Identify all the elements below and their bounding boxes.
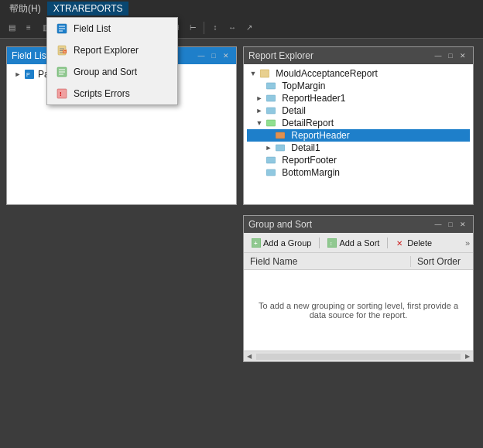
svg-rect-23 bbox=[276, 132, 285, 139]
tree-item-8[interactable]: BottomMargin bbox=[247, 166, 470, 179]
toolbar-btn-12[interactable]: ↕ bbox=[207, 20, 223, 36]
add-group-icon: + bbox=[252, 238, 261, 248]
tree-label-2: ReportHeader1 bbox=[282, 93, 345, 104]
group-sort-restore[interactable]: □ bbox=[445, 219, 456, 230]
group-sort-close[interactable]: ✕ bbox=[457, 219, 468, 230]
menu-item-scripts-errors[interactable]: ! Scripts Errors bbox=[47, 83, 177, 104]
report-explorer-restore[interactable]: □ bbox=[445, 50, 456, 61]
svg-rect-18 bbox=[260, 70, 269, 77]
gs-scrollbar: ◀ ▶ bbox=[244, 351, 473, 361]
group-sort-pin[interactable]: — bbox=[433, 219, 444, 230]
gs-scroll-right[interactable]: ▶ bbox=[462, 351, 473, 362]
svg-rect-21 bbox=[266, 108, 276, 114]
svg-rect-14 bbox=[57, 89, 67, 98]
svg-rect-20 bbox=[266, 95, 276, 101]
toolbar-sep-3 bbox=[204, 22, 204, 34]
menu-item-report-explorer-label: Report Explorer bbox=[74, 45, 139, 56]
report-tree-content: ▼ MouldAcceptanceReport TopMargin bbox=[244, 64, 473, 204]
svg-rect-22 bbox=[266, 120, 276, 126]
tree-item-3[interactable]: ► Detail bbox=[247, 104, 470, 117]
tree-icon-0 bbox=[259, 68, 270, 79]
menu-help[interactable]: 帮助(H) bbox=[3, 1, 47, 17]
scripts-icon: ! bbox=[55, 87, 69, 101]
gs-overflow-btn[interactable]: » bbox=[465, 238, 470, 248]
tree-label-4: DetailReport bbox=[282, 118, 334, 128]
svg-text:✕: ✕ bbox=[396, 239, 402, 248]
gs-empty-body: To add a new grouping or sorting level, … bbox=[244, 270, 473, 351]
gs-scroll-left[interactable]: ◀ bbox=[244, 351, 255, 362]
group-sort-title: Group and Sort bbox=[248, 219, 433, 230]
svg-rect-19 bbox=[266, 83, 276, 89]
group-sort-icon bbox=[55, 65, 69, 79]
field-list-close[interactable]: ✕ bbox=[221, 50, 231, 61]
svg-text:↕: ↕ bbox=[330, 241, 333, 246]
menu-item-report-explorer[interactable]: E Report Explorer bbox=[47, 39, 177, 61]
delete-label: Delete bbox=[407, 238, 432, 248]
field-name-col-header: Field Name bbox=[244, 256, 411, 267]
tree-label-7: ReportFooter bbox=[282, 155, 337, 166]
menu-item-group-sort-label: Group and Sort bbox=[74, 67, 137, 77]
tree-item-6[interactable]: ► Detail1 bbox=[247, 142, 470, 154]
report-explorer-close[interactable]: ✕ bbox=[457, 50, 468, 61]
tree-expander-3: ► bbox=[255, 106, 264, 115]
tree-icon-5 bbox=[275, 130, 286, 141]
group-sort-panel: Group and Sort — □ ✕ + Add a Group ↕ bbox=[243, 215, 474, 362]
tree-label-1: TopMargin bbox=[282, 80, 325, 91]
tree-label-0: MouldAcceptanceReport bbox=[276, 68, 377, 79]
dropdown-menu: Field List E Report Explorer Group and S… bbox=[46, 17, 178, 105]
toolbar-btn-1[interactable]: ▤ bbox=[4, 20, 19, 36]
tree-icon-7 bbox=[265, 155, 276, 166]
menu-item-field-list-label: Field List bbox=[74, 23, 111, 34]
svg-text:P: P bbox=[26, 72, 30, 77]
svg-rect-26 bbox=[266, 169, 276, 176]
add-sort-label: Add a Sort bbox=[339, 238, 379, 248]
report-explorer-pin[interactable]: — bbox=[433, 50, 444, 61]
report-explorer-header: Report Explorer — □ ✕ bbox=[244, 47, 473, 64]
toolbar-btn-2[interactable]: ≡ bbox=[21, 20, 36, 36]
add-group-button[interactable]: + Add a Group bbox=[247, 237, 316, 249]
svg-rect-25 bbox=[266, 157, 276, 163]
sort-order-col-header: Sort Order bbox=[411, 256, 473, 267]
fieldlist-icon bbox=[55, 22, 69, 36]
toolbar-btn-13[interactable]: ↔ bbox=[224, 20, 240, 36]
tree-icon-6 bbox=[275, 142, 286, 153]
tree-item-4[interactable]: ▼ DetailReport bbox=[247, 117, 470, 129]
report-explorer-panel: Report Explorer — □ ✕ ▼ MouldAcceptanceR… bbox=[243, 46, 474, 205]
menu-item-scripts-label: Scripts Errors bbox=[74, 88, 130, 99]
menu-item-field-list[interactable]: Field List bbox=[47, 18, 177, 39]
tree-icon-8 bbox=[265, 167, 276, 178]
tree-label-6: Detail1 bbox=[291, 142, 320, 153]
delete-button[interactable]: ✕ Delete bbox=[391, 237, 437, 249]
tree-expander-4: ▼ bbox=[255, 118, 264, 128]
tree-icon-1 bbox=[265, 80, 276, 91]
tree-label-5: ReportHeader bbox=[291, 130, 349, 141]
gs-sep-2 bbox=[387, 238, 388, 248]
tree-icon-2 bbox=[265, 93, 276, 104]
menu-xtrareports[interactable]: XTRAREPORTS bbox=[47, 2, 129, 15]
gs-scroll-track[interactable] bbox=[256, 354, 461, 360]
field-list-restore[interactable]: □ bbox=[208, 50, 219, 61]
tree-item-2[interactable]: ► ReportHeader1 bbox=[247, 92, 470, 104]
report-explorer-icon: E bbox=[55, 43, 69, 57]
params-expander: ► bbox=[13, 70, 22, 79]
tree-item-5[interactable]: ReportHeader bbox=[247, 129, 470, 142]
add-sort-button[interactable]: ↕ Add a Sort bbox=[323, 237, 384, 249]
tree-item-0[interactable]: ▼ MouldAcceptanceReport bbox=[247, 67, 470, 80]
tree-label-8: BottomMargin bbox=[282, 167, 340, 178]
menubar: 帮助(H) XTRAREPORTS bbox=[0, 0, 483, 17]
add-group-label: Add a Group bbox=[263, 238, 311, 248]
tree-label-3: Detail bbox=[282, 105, 306, 116]
toolbar-btn-14[interactable]: ↗ bbox=[242, 20, 257, 36]
tree-expander-8 bbox=[255, 168, 264, 177]
tree-item-1[interactable]: TopMargin bbox=[247, 80, 470, 92]
tree-expander-6: ► bbox=[264, 143, 273, 152]
menu-item-group-sort[interactable]: Group and Sort bbox=[47, 61, 177, 83]
report-explorer-controls: — □ ✕ bbox=[433, 50, 468, 61]
tree-expander-5 bbox=[264, 131, 273, 140]
params-icon: P bbox=[24, 69, 35, 80]
tree-item-7[interactable]: ReportFooter bbox=[247, 154, 470, 166]
tree-icon-4 bbox=[265, 118, 276, 128]
field-list-pin[interactable]: — bbox=[196, 50, 207, 61]
toolbar-btn-11[interactable]: ⊢ bbox=[185, 20, 200, 36]
gs-column-header: Field Name Sort Order bbox=[244, 253, 473, 270]
